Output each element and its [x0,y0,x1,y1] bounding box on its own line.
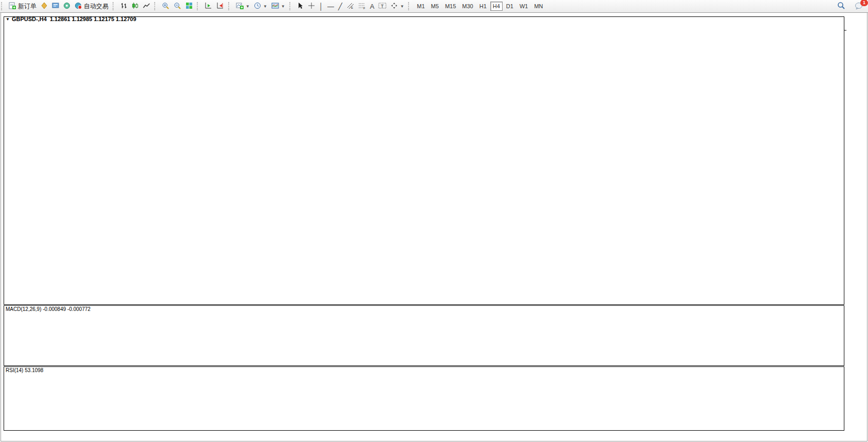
toolbar-grip [408,2,412,10]
templates-icon [271,2,279,10]
zoom-in-button[interactable] [160,1,172,11]
equidistant-channel-button[interactable]: E [344,1,356,11]
horizontal-line-icon: — [327,3,334,10]
arrows-button[interactable]: ▼ [389,1,406,11]
bar-chart-button[interactable] [118,1,130,11]
mt4-window: 新订单 自动交易 ▼ ▼ [0,0,868,442]
search-button[interactable] [835,1,847,11]
new-order-button[interactable]: 新订单 [7,1,39,11]
timeframe-button-m15[interactable]: M15 [442,2,458,11]
auto-scroll-button[interactable] [202,1,214,11]
svg-text:F: F [363,7,365,9]
vertical-line-icon: │ [319,3,323,10]
symbol-period-label: GBPUSD-,H4 [12,16,47,22]
equidistant-channel-icon: E [346,2,354,10]
svg-text:T: T [381,4,384,9]
market-watch-icon [52,2,59,10]
chevron-down-icon: ▼ [263,4,267,9]
cursor-button[interactable] [295,1,306,11]
chevron-down-icon: ▼ [400,4,404,9]
tile-windows-button[interactable] [183,1,195,11]
chart-title: ▼GBPUSD-,H4 1.12861 1.12985 1.12175 1.12… [6,16,136,22]
tile-windows-icon [186,2,193,10]
toolbar-grip [154,2,158,10]
auto-trading-icon [75,2,82,10]
trendline-icon: ╱ [338,3,342,10]
timeframe-button-mn[interactable]: MN [531,2,545,11]
timeframe-button-h1[interactable]: H1 [477,2,489,11]
arrows-icon [391,2,398,10]
auto-scroll-icon [205,2,212,10]
toolbar-grip [113,2,116,10]
toolbar-grip [289,2,293,10]
chart-shift-button[interactable] [214,1,226,11]
toolbar-group-chart-type [117,0,153,12]
toolbar-right: 1 [835,1,868,11]
auto-trading-button[interactable]: 自动交易 [72,1,110,11]
navigator-button[interactable] [61,1,72,11]
zoom-out-icon [174,2,181,11]
trendline-button[interactable]: ╱ [336,1,344,11]
new-chart-icon [236,2,244,10]
macd-panel[interactable] [4,306,844,366]
toolbar-grip [197,2,200,10]
chart-shift-icon [216,2,224,10]
timeframe-button-m1[interactable]: M1 [414,2,427,11]
macd-indicator-label: MACD(12,26,9) -0.000849 -0.000772 [6,306,90,312]
line-chart-button[interactable] [141,1,152,11]
chevron-down-icon: ▼ [281,4,285,9]
collapse-triangle-icon[interactable]: ▼ [6,17,10,22]
profiles-button[interactable] [39,1,50,11]
crosshair-button[interactable] [306,1,317,11]
svg-text:E: E [351,6,353,9]
toolbar-group-zoom [159,0,196,12]
text-label-icon: T [378,2,386,10]
new-chart-button[interactable]: ▼ [234,1,252,11]
chart-area[interactable]: ▼GBPUSD-,H4 1.12861 1.12985 1.12175 1.12… [0,12,868,442]
search-icon [837,2,845,11]
timeframe-button-m30[interactable]: M30 [459,2,475,11]
cursor-icon [297,2,304,10]
candlestick-chart-button[interactable] [130,1,141,11]
timeframe-button-h4[interactable]: H4 [490,2,503,11]
fibonacci-button[interactable]: F [356,1,368,11]
notification-badge: 1 [860,0,868,6]
chevron-down-icon: ▼ [246,4,250,9]
profiles-icon [41,2,48,10]
horizontal-line-button[interactable]: — [325,1,336,11]
timeframe-toolbar: M1M5M15M30H1H4D1W1MN [413,0,547,12]
line-chart-icon [143,2,150,10]
market-watch-button[interactable] [50,1,61,11]
vertical-line-button[interactable]: │ [317,1,325,11]
templates-button[interactable]: ▼ [269,1,287,11]
rsi-indicator-label: RSI(14) 53.1098 [6,367,43,373]
toolbar-group-trade: 新订单 自动交易 [6,0,112,12]
rsi-panel[interactable] [4,367,844,431]
toolbar-group-objects: ▼ ▼ ▼ [233,0,288,12]
timeframe-button-m5[interactable]: M5 [429,2,441,11]
ohlc-values: 1.12861 1.12985 1.12175 1.12709 [50,16,136,22]
new-order-icon [9,2,16,11]
candlestick-chart-icon [132,2,139,10]
auto-trading-label: 自动交易 [84,2,108,11]
notifications-button[interactable]: 1 [853,1,865,11]
crosshair-icon [308,2,315,10]
zoom-out-button[interactable] [172,1,183,11]
new-order-label: 新订单 [18,2,36,11]
text-icon: A [370,3,375,10]
timeframe-button-w1[interactable]: W1 [517,2,531,11]
text-button[interactable]: A [368,1,377,11]
toolbar: 新订单 自动交易 ▼ ▼ [0,0,868,13]
panel-frames [4,17,844,431]
fibonacci-icon: F [358,2,366,10]
periods-button[interactable]: ▼ [252,1,269,11]
chart-canvas[interactable] [0,12,868,442]
toolbar-group-drawing: │ — ╱ E F A T ▼ [294,0,408,12]
toolbar-grip [228,2,232,10]
text-label-button[interactable]: T [376,1,389,11]
timeframe-button-d1[interactable]: D1 [504,2,516,11]
main-chart-panel[interactable] [4,17,844,305]
bar-chart-icon [120,2,127,10]
toolbar-group-scroll [201,0,227,12]
clock-icon [254,2,261,10]
